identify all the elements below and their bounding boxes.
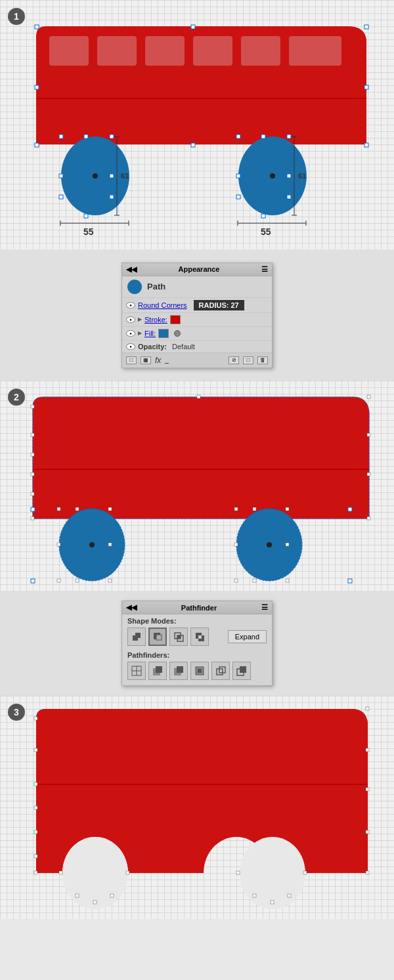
shape-mode-minus-front[interactable] <box>148 628 167 646</box>
svg-rect-108 <box>198 669 202 673</box>
panel-path-icon <box>127 280 142 294</box>
pathfinder-merge[interactable] <box>169 662 188 680</box>
svg-rect-68 <box>57 579 60 582</box>
svg-rect-85 <box>31 507 35 511</box>
svg-rect-4 <box>193 36 232 66</box>
svg-point-26 <box>270 173 275 179</box>
svg-rect-57 <box>31 517 34 520</box>
fill-swatch[interactable] <box>158 329 169 338</box>
svg-rect-70 <box>76 579 79 582</box>
svg-point-76 <box>267 542 272 547</box>
svg-point-16 <box>93 173 98 179</box>
footer-icon-4[interactable]: □ <box>243 356 253 364</box>
svg-rect-138 <box>303 871 307 874</box>
svg-text:61: 61 <box>121 172 129 180</box>
footer-icon-5[interactable]: 🗑 <box>257 356 268 364</box>
pf-header-menu[interactable]: ☰ <box>261 603 268 612</box>
svg-rect-122 <box>34 855 37 858</box>
footer-fx[interactable]: fx <box>155 356 161 365</box>
svg-rect-32 <box>287 174 291 178</box>
svg-rect-1 <box>49 36 89 66</box>
svg-rect-19 <box>59 195 63 199</box>
svg-rect-118 <box>34 748 37 752</box>
panel-path-row: Path <box>122 276 272 297</box>
svg-rect-28 <box>287 135 291 138</box>
shape-mode-exclude[interactable] <box>190 628 209 646</box>
opacity-label: Opacity: <box>138 343 167 351</box>
pathfinder-crop[interactable] <box>190 662 209 680</box>
expand-button[interactable]: Expand <box>228 630 267 643</box>
svg-rect-11 <box>364 85 368 89</box>
footer-icon-1[interactable]: □ <box>126 356 137 364</box>
panel-header-menu[interactable]: ☰ <box>261 265 268 274</box>
panel-row-link[interactable]: Round Corners <box>138 301 187 309</box>
svg-rect-132 <box>110 894 114 897</box>
svg-rect-62 <box>197 395 200 398</box>
fill-label[interactable]: Fill: <box>144 330 156 337</box>
svg-rect-34 <box>261 214 265 218</box>
pathfinder-minus-back[interactable] <box>232 662 251 680</box>
svg-rect-58 <box>367 395 370 398</box>
panel-footer: □ ▦ fx _ ⊘ □ 🗑 <box>122 352 272 368</box>
svg-rect-130 <box>76 894 79 897</box>
footer-icon-3[interactable]: ⊘ <box>229 356 239 364</box>
svg-rect-103 <box>156 666 162 673</box>
bus-illustration-1: 61 61 55 55 <box>0 0 394 249</box>
svg-rect-61 <box>367 517 370 520</box>
svg-rect-82 <box>286 507 289 511</box>
svg-rect-52 <box>31 405 34 408</box>
svg-rect-83 <box>286 543 289 546</box>
svg-rect-123 <box>34 871 37 874</box>
pathfinder-outline[interactable] <box>211 662 230 680</box>
svg-rect-17 <box>59 135 63 138</box>
visibility-eye-3[interactable]: ● <box>126 330 135 337</box>
shape-mode-intersect[interactable] <box>169 628 188 646</box>
svg-rect-120 <box>34 806 37 809</box>
svg-rect-126 <box>366 788 369 791</box>
visibility-eye-1[interactable]: ● <box>126 302 135 309</box>
svg-rect-22 <box>110 174 114 178</box>
svg-rect-84 <box>286 579 289 582</box>
visibility-eye-4[interactable]: ● <box>126 343 135 350</box>
pathfinder-trim[interactable] <box>148 662 167 680</box>
svg-rect-21 <box>59 174 63 178</box>
svg-rect-20 <box>110 195 114 199</box>
svg-rect-27 <box>236 135 240 138</box>
svg-rect-9 <box>364 25 368 29</box>
svg-rect-125 <box>366 748 369 752</box>
svg-rect-6 <box>289 36 341 66</box>
panel-header-arrows: ◀◀ <box>126 265 137 274</box>
svg-rect-2 <box>97 36 137 66</box>
svg-text:61: 61 <box>298 172 306 180</box>
visibility-eye-2[interactable]: ● <box>126 316 135 323</box>
svg-rect-105 <box>177 666 183 673</box>
footer-icon-2[interactable]: ▦ <box>141 356 151 364</box>
step-badge-1: 1 <box>8 8 25 25</box>
stroke-label[interactable]: Stroke: <box>144 316 167 324</box>
svg-rect-7 <box>35 25 39 29</box>
svg-rect-124 <box>366 707 369 710</box>
svg-rect-59 <box>367 433 370 437</box>
shape-mode-unite[interactable] <box>127 628 146 646</box>
appearance-panel: ◀◀ Appearance ☰ Path ● Round Corners RAD… <box>121 263 273 368</box>
fill-circle-target[interactable] <box>174 330 181 337</box>
section-1: 1 <box>0 0 394 249</box>
svg-rect-77 <box>234 507 238 511</box>
stroke-swatch[interactable] <box>170 315 181 324</box>
footer-underscore: _ <box>165 356 169 364</box>
svg-rect-136 <box>271 901 274 904</box>
svg-rect-87 <box>31 579 35 583</box>
svg-rect-72 <box>108 543 112 546</box>
panel-stroke-row[interactable]: ● ▶ Stroke: <box>122 312 272 326</box>
svg-rect-90 <box>135 633 141 638</box>
panel-path-label: Path <box>147 282 165 291</box>
panel-round-corners-row[interactable]: ● Round Corners RADIUS: 27 <box>122 297 272 312</box>
svg-rect-131 <box>93 901 97 904</box>
pathfinder-divide[interactable] <box>127 662 146 680</box>
svg-rect-24 <box>84 214 88 218</box>
svg-rect-134 <box>236 871 240 874</box>
pathfinders-label: Pathfinders: <box>122 649 272 660</box>
svg-rect-13 <box>191 143 195 147</box>
bus-illustration-2 <box>0 381 394 591</box>
panel-fill-row[interactable]: ● ▶ Fill: <box>122 326 272 340</box>
